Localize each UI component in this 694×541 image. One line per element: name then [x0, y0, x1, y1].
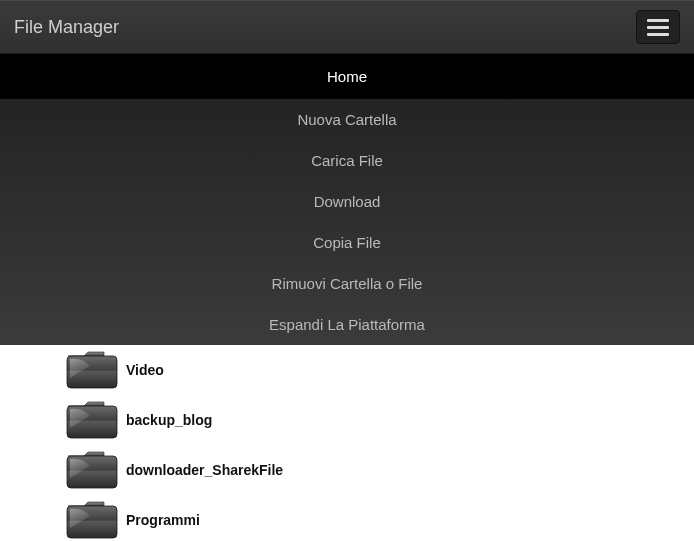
folder-icon [64, 398, 120, 442]
hamburger-bar-icon [647, 19, 669, 22]
hamburger-bar-icon [647, 33, 669, 36]
hamburger-menu-button[interactable] [636, 10, 680, 44]
hamburger-bar-icon [647, 26, 669, 29]
menu-item-copia-file[interactable]: Copia File [0, 222, 694, 263]
folder-icon [64, 448, 120, 492]
menu-item-carica-file[interactable]: Carica File [0, 140, 694, 181]
menu-item-home[interactable]: Home [0, 54, 694, 99]
file-list: Videobackup_blogdownloader_SharekFilePro… [0, 345, 694, 541]
file-name: Video [126, 362, 164, 378]
app-title: File Manager [14, 17, 119, 38]
menu-item-espandi-la-piattaforma[interactable]: Espandi La Piattaforma [0, 304, 694, 345]
folder-icon [64, 498, 120, 541]
file-row[interactable]: Programmi [64, 495, 694, 541]
file-row[interactable]: Video [64, 345, 694, 395]
menu-item-download[interactable]: Download [0, 181, 694, 222]
file-row[interactable]: downloader_SharekFile [64, 445, 694, 495]
topbar: File Manager [0, 0, 694, 54]
menu-item-rimuovi-cartella-o-file[interactable]: Rimuovi Cartella o File [0, 263, 694, 304]
file-name: backup_blog [126, 412, 212, 428]
file-row[interactable]: backup_blog [64, 395, 694, 445]
folder-icon [64, 348, 120, 392]
nav-menu: HomeNuova CartellaCarica FileDownloadCop… [0, 54, 694, 345]
file-name: downloader_SharekFile [126, 462, 283, 478]
file-name: Programmi [126, 512, 200, 528]
menu-item-nuova-cartella[interactable]: Nuova Cartella [0, 99, 694, 140]
